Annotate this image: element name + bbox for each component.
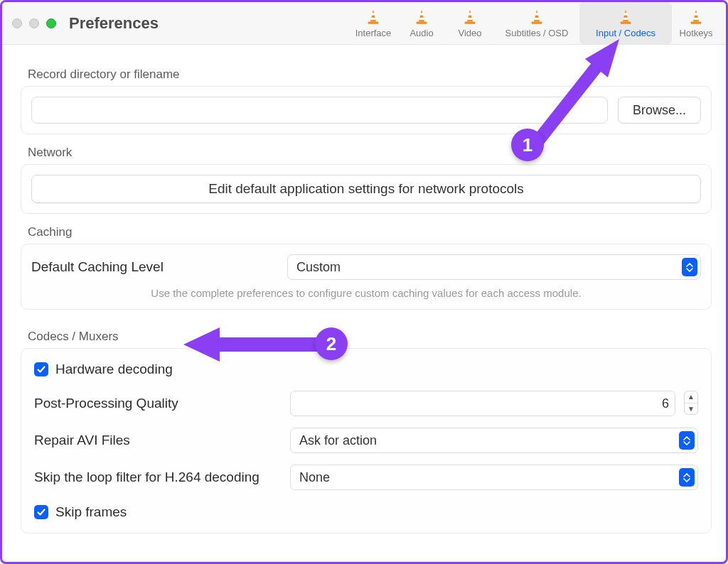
svg-rect-14: [535, 18, 540, 20]
checkbox-checked-icon: [34, 362, 48, 376]
number-value: 6: [662, 396, 669, 411]
caching-group: Default Caching Level Custom Use the com…: [21, 244, 712, 310]
svg-rect-15: [532, 22, 542, 24]
vlc-cone-icon: [687, 8, 705, 26]
zoom-window-button[interactable]: [46, 18, 56, 28]
svg-rect-17: [624, 13, 628, 15]
select-value: Custom: [296, 260, 341, 275]
chevron-updown-icon: [682, 258, 697, 276]
minimize-window-button[interactable]: [29, 18, 39, 28]
post-processing-input[interactable]: 6: [290, 391, 675, 416]
svg-rect-9: [469, 13, 472, 15]
skip-loop-select[interactable]: None: [290, 465, 698, 490]
toolbar-tabs: Interface Audio Video Subtitles / OSD In…: [349, 2, 720, 44]
quantity-stepper[interactable]: ▲ ▼: [684, 391, 698, 415]
tab-label: Hotkeys: [680, 28, 713, 38]
preferences-window: { "window": { "title": "Preferences" }, …: [0, 0, 728, 564]
svg-rect-1: [372, 13, 375, 15]
codecs-group: Hardware decoding Post-Processing Qualit…: [21, 348, 712, 533]
tab-label: Input / Codecs: [596, 28, 655, 38]
section-label-record: Record directory or filename: [28, 67, 707, 82]
tab-label: Subtitles / OSD: [505, 28, 569, 38]
checkbox-label: Hardware decoding: [55, 362, 173, 377]
window-title: Preferences: [69, 14, 159, 33]
preferences-content: Record directory or filename Browse... N…: [2, 45, 726, 552]
record-group: Browse...: [21, 86, 712, 134]
vlc-cone-icon: [412, 8, 431, 26]
network-group: Edit default application settings for ne…: [21, 164, 712, 214]
section-label-codecs: Codecs / Muxers: [28, 330, 707, 344]
section-label-caching: Caching: [28, 225, 707, 239]
titlebar: Preferences Interface Audio Video Subtit…: [2, 2, 726, 45]
svg-rect-11: [465, 22, 476, 24]
tab-video[interactable]: Video: [446, 2, 494, 44]
repair-avi-label: Repair AVI Files: [34, 433, 290, 448]
checkbox-checked-icon: [34, 505, 48, 519]
caching-hint: Use the complete preferences to configur…: [31, 287, 701, 299]
svg-rect-5: [420, 13, 424, 15]
tab-input-codecs[interactable]: Input / Codecs: [579, 2, 672, 44]
svg-rect-13: [535, 13, 539, 15]
repair-avi-select[interactable]: Ask for action: [290, 428, 698, 453]
tab-subtitles[interactable]: Subtitles / OSD: [494, 2, 579, 44]
close-window-button[interactable]: [12, 18, 22, 28]
stepper-down-icon[interactable]: ▼: [685, 403, 697, 415]
stepper-up-icon[interactable]: ▲: [685, 391, 697, 403]
hardware-decoding-checkbox[interactable]: Hardware decoding: [34, 362, 173, 377]
skip-frames-checkbox[interactable]: Skip frames: [34, 504, 127, 520]
network-settings-button[interactable]: Edit default application settings for ne…: [31, 175, 701, 203]
checkbox-label: Skip frames: [55, 504, 127, 520]
record-path-input[interactable]: [31, 97, 608, 124]
browse-button[interactable]: Browse...: [618, 97, 701, 124]
select-value: Ask for action: [299, 433, 377, 448]
caching-level-label: Default Caching Level: [31, 259, 287, 275]
skip-loop-label: Skip the loop filter for H.264 decoding: [34, 470, 290, 485]
vlc-cone-icon: [528, 8, 546, 26]
select-value: None: [299, 470, 330, 485]
tab-label: Interface: [355, 28, 392, 38]
svg-rect-21: [695, 13, 698, 15]
vlc-cone-icon: [616, 8, 635, 26]
vlc-cone-icon: [461, 8, 479, 26]
svg-rect-6: [419, 18, 424, 20]
svg-rect-18: [623, 18, 628, 20]
caching-level-select[interactable]: Custom: [287, 254, 701, 280]
tab-label: Video: [458, 28, 481, 38]
tab-label: Audio: [410, 28, 433, 38]
button-label: Browse...: [633, 103, 686, 118]
svg-rect-3: [368, 22, 379, 24]
chevron-updown-icon: [679, 431, 695, 450]
chevron-updown-icon: [679, 468, 695, 487]
svg-rect-22: [694, 18, 699, 20]
svg-rect-23: [691, 22, 702, 24]
section-label-network: Network: [28, 146, 707, 160]
tab-audio[interactable]: Audio: [397, 2, 446, 44]
svg-rect-19: [621, 22, 631, 24]
tab-interface[interactable]: Interface: [349, 2, 397, 44]
svg-rect-7: [417, 22, 427, 24]
svg-rect-10: [468, 18, 473, 20]
button-label: Edit default application settings for ne…: [208, 181, 524, 197]
svg-rect-2: [371, 18, 376, 20]
tab-hotkeys[interactable]: Hotkeys: [672, 2, 720, 44]
vlc-cone-icon: [364, 8, 382, 26]
window-controls: [12, 18, 56, 28]
post-processing-label: Post-Processing Quality: [34, 396, 290, 411]
